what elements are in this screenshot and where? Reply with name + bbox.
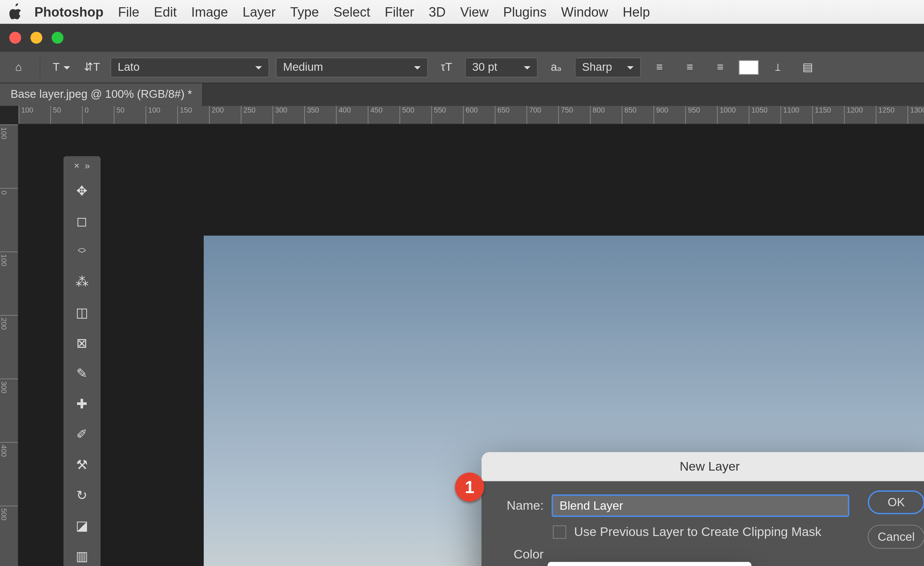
brush-tool-icon[interactable]: ✐ xyxy=(69,421,95,447)
menu-3d[interactable]: 3D xyxy=(429,4,446,20)
app-window: Adobe Photoshop 2023 ⌂ T ⇵T Lato Medium … xyxy=(0,24,924,566)
window-title: Adobe Photoshop 2023 xyxy=(0,30,924,45)
history-brush-tool-icon[interactable]: ↻ xyxy=(69,482,95,508)
font-size-dropdown[interactable]: 30 pt xyxy=(465,57,538,77)
eyedropper-tool-icon[interactable]: ✎ xyxy=(69,360,95,387)
menu-help[interactable]: Help xyxy=(623,4,650,20)
marquee-tool-icon[interactable]: ◻ xyxy=(69,208,95,234)
color-dropdown-menu: NoneRedOrangeYellowGreenBlueVioletGray xyxy=(548,562,752,566)
font-family-dropdown[interactable]: Lato xyxy=(110,57,269,77)
eraser-tool-icon[interactable]: ◪ xyxy=(69,512,95,539)
menu-edit[interactable]: Edit xyxy=(154,4,177,20)
text-color-swatch[interactable] xyxy=(739,60,759,74)
apple-icon xyxy=(8,3,22,21)
menu-view[interactable]: View xyxy=(460,4,489,20)
dialog-title: New Layer xyxy=(482,452,924,481)
menu-plugins[interactable]: Plugins xyxy=(503,4,547,20)
character-panel-icon[interactable]: ▤ xyxy=(796,57,819,78)
content-area: 1005005010015020025030035040045050055060… xyxy=(0,106,924,566)
tools-close-icon[interactable]: × xyxy=(74,160,80,171)
document-tab[interactable]: Base layer.jpeg @ 100% (RGB/8#) * xyxy=(0,83,203,106)
antialias-dropdown[interactable]: Sharp xyxy=(575,57,641,77)
document-viewport[interactable]: ×» ✥ ◻ ⌔ ⁂ ◫ ⊠ ✎ ✚ ✐ ⚒ ↻ ◪ ▥ ● ◉ ✒ xyxy=(18,124,924,566)
new-layer-dialog: New Layer Name: Use Previous Layer to Cr… xyxy=(482,452,924,566)
font-size-icon: τT xyxy=(435,57,459,78)
align-left-icon[interactable]: ≡ xyxy=(648,57,672,78)
align-right-icon[interactable]: ≡ xyxy=(708,57,732,78)
menu-select[interactable]: Select xyxy=(333,4,370,20)
crop-tool-icon[interactable]: ◫ xyxy=(69,299,95,326)
app-name[interactable]: Photoshop xyxy=(34,4,104,20)
callout-1: 1 xyxy=(455,473,484,502)
heal-tool-icon[interactable]: ✚ xyxy=(69,390,95,417)
frame-tool-icon[interactable]: ⊠ xyxy=(69,330,95,356)
ok-button[interactable]: OK xyxy=(868,491,924,514)
wand-tool-icon[interactable]: ⁂ xyxy=(69,269,95,295)
macos-menubar: Photoshop File Edit Image Layer Type Sel… xyxy=(0,0,924,24)
ruler-vertical: 1000100200300400500600700800900100011001… xyxy=(0,124,18,566)
menu-layer[interactable]: Layer xyxy=(243,4,276,20)
stamp-tool-icon[interactable]: ⚒ xyxy=(69,451,95,478)
options-bar: ⌂ T ⇵T Lato Medium τT 30 pt aₐ Sharp ≡ ≡… xyxy=(0,52,924,84)
document-tabs: Base layer.jpeg @ 100% (RGB/8#) * xyxy=(0,83,924,106)
menu-type[interactable]: Type xyxy=(290,4,319,20)
cancel-button[interactable]: Cancel xyxy=(868,525,924,549)
home-icon[interactable]: ⌂ xyxy=(7,57,30,78)
font-weight-dropdown[interactable]: Medium xyxy=(276,57,428,77)
menu-file[interactable]: File xyxy=(118,4,140,20)
color-label: Color xyxy=(495,547,544,562)
menu-image[interactable]: Image xyxy=(191,4,228,20)
color-option-none[interactable]: None xyxy=(548,564,752,566)
orientation-icon[interactable]: ⇵T xyxy=(80,57,104,78)
tool-icon[interactable]: T xyxy=(50,57,74,78)
warp-text-icon[interactable]: Ʇ xyxy=(765,57,789,78)
menu-window[interactable]: Window xyxy=(561,4,608,20)
tools-chevron-icon[interactable]: » xyxy=(85,160,90,171)
name-label: Name: xyxy=(495,498,544,513)
window-titlebar: Adobe Photoshop 2023 xyxy=(0,24,924,52)
lasso-tool-icon[interactable]: ⌔ xyxy=(69,238,95,265)
gradient-tool-icon[interactable]: ▥ xyxy=(69,543,95,566)
ruler-horizontal: 1005005010015020025030035040045050055060… xyxy=(18,106,924,124)
move-tool-icon[interactable]: ✥ xyxy=(69,178,95,204)
canvas-area: 1005005010015020025030035040045050055060… xyxy=(0,106,924,566)
menu-filter[interactable]: Filter xyxy=(385,4,414,20)
align-center-icon[interactable]: ≡ xyxy=(678,57,702,78)
tools-palette: ×» ✥ ◻ ⌔ ⁂ ◫ ⊠ ✎ ✚ ✐ ⚒ ↻ ◪ ▥ ● ◉ ✒ xyxy=(63,156,100,566)
clip-mask-label: Use Previous Layer to Create Clipping Ma… xyxy=(574,525,821,539)
clip-mask-checkbox[interactable] xyxy=(553,525,566,539)
antialias-icon: aₐ xyxy=(544,57,568,78)
layer-name-input[interactable] xyxy=(552,494,849,517)
